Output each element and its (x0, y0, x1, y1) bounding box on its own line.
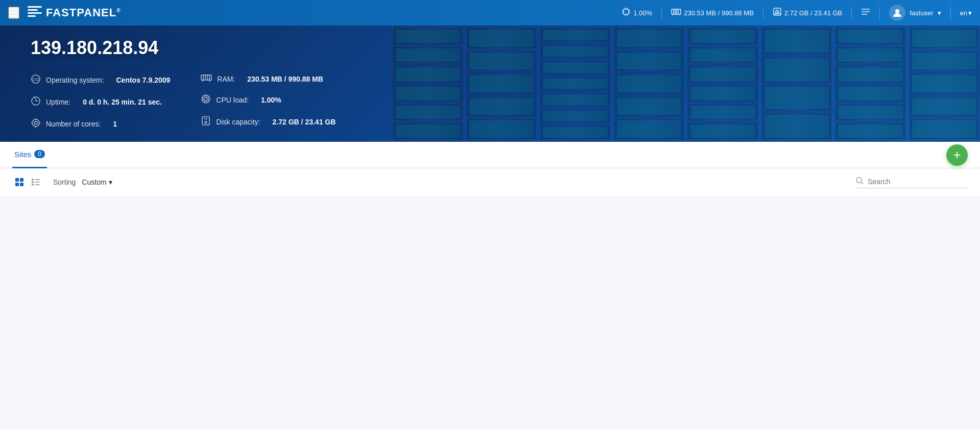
brand: FASTPANEL® (28, 6, 121, 20)
avatar (889, 5, 905, 21)
svg-rect-0 (28, 6, 42, 8)
search-icon (855, 176, 864, 187)
grid-view-button[interactable] (12, 175, 27, 189)
content-area: Sites 0 + (0, 142, 980, 196)
cores-icon (31, 118, 41, 131)
ram-hero-icon (201, 74, 212, 85)
language-selector[interactable]: en ▾ (960, 9, 972, 17)
terminal-stat[interactable] (861, 8, 870, 17)
sort-label: Sorting (53, 178, 76, 186)
brand-logo-text: FASTPANEL® (46, 6, 121, 19)
hero-section: 139.180.218.94 OS Operating system: Cent… (0, 26, 980, 142)
svg-rect-62 (15, 183, 19, 186)
nav-divider-5 (950, 7, 951, 19)
svg-point-22 (777, 11, 778, 12)
disk-hero-stat: Disk capacity: 2.72 GB / 23.41 GB (201, 116, 336, 129)
ram-hero-stat: RAM: 230.53 MB / 990.88 MB (201, 74, 336, 85)
cpu-hero-icon (201, 94, 211, 107)
disk-stat: 2.72 GB / 23.41 GB (773, 7, 842, 18)
tabs-right: + (946, 144, 968, 166)
svg-point-28 (895, 9, 899, 13)
nav-divider-1 (661, 7, 662, 19)
hero-col-left: OS Operating system: Centos 7.9.2009 (31, 74, 170, 131)
svg-rect-13 (672, 9, 681, 14)
disk-cap-value: 2.72 GB / 23.41 GB (273, 118, 336, 126)
toolbar: Sorting Custom ▾ (0, 168, 980, 196)
disk-cap-label: Disk capacity: (216, 118, 260, 126)
ram-stat: 230.53 MB / 990.88 MB (671, 8, 754, 17)
cpu-icon (622, 7, 631, 18)
svg-rect-4 (624, 9, 629, 14)
svg-point-35 (32, 119, 39, 127)
os-stat: OS Operating system: Centos 7.9.2009 (31, 74, 170, 87)
svg-rect-66 (32, 181, 34, 183)
cpu-stat: 1.00% (622, 7, 652, 18)
cpu-value: 1.00% (633, 9, 652, 17)
lang-chevron-icon: ▾ (968, 9, 972, 17)
sort-value: Custom (82, 178, 106, 186)
cpu-load-value: 1.00% (261, 96, 281, 104)
nav-divider-3 (851, 7, 852, 19)
empty-content-area (0, 196, 980, 429)
svg-point-24 (775, 14, 776, 15)
user-menu[interactable]: fastuser ▾ (889, 5, 941, 21)
ram-icon (671, 8, 681, 17)
svg-rect-64 (32, 179, 34, 181)
svg-rect-67 (35, 182, 40, 183)
ram-value: 230.53 MB / 990.88 MB (684, 9, 754, 17)
navbar-left: ☰ FASTPANEL® (8, 6, 121, 20)
tabs-bar: Sites 0 + (0, 142, 980, 168)
ram-hero-value: 230.53 MB / 990.88 MB (247, 75, 323, 83)
svg-rect-40 (201, 75, 211, 80)
os-label: Operating system: (46, 76, 104, 84)
svg-rect-3 (28, 15, 36, 17)
os-icon: OS (31, 74, 41, 87)
search-input[interactable] (868, 178, 960, 186)
svg-rect-69 (35, 184, 40, 185)
server-ip: 139.180.218.94 (31, 37, 336, 59)
lang-label: en (960, 9, 967, 17)
disk-icon (773, 7, 782, 18)
hero-col-right: RAM: 230.53 MB / 990.88 MB (201, 74, 336, 131)
svg-rect-48 (204, 97, 207, 100)
svg-rect-47 (203, 96, 209, 102)
svg-rect-63 (20, 183, 23, 186)
tab-sites-label: Sites (14, 150, 31, 159)
uptime-value: 0 d. 0 h. 25 min. 21 sec. (83, 98, 162, 106)
user-chevron-icon: ▾ (938, 9, 941, 17)
uptime-stat: Uptime: 0 d. 0 h. 25 min. 21 sec. (31, 96, 170, 109)
hero-server-rack-decoration (392, 26, 980, 142)
svg-rect-1 (28, 9, 38, 11)
svg-rect-2 (28, 12, 42, 14)
disk-value: 2.72 GB / 23.41 GB (784, 9, 842, 17)
navbar: ☰ FASTPANEL® (0, 0, 980, 26)
tab-sites-badge: 0 (34, 150, 45, 158)
tab-sites[interactable]: Sites 0 (12, 142, 47, 168)
brand-icon (28, 6, 42, 20)
cores-value: 1 (113, 120, 117, 128)
cores-label: Number of cores: (46, 120, 101, 128)
hero-stats: OS Operating system: Centos 7.9.2009 (31, 74, 336, 131)
cpu-load-label: CPU load: (216, 96, 249, 104)
hamburger-button[interactable]: ☰ (8, 7, 19, 19)
uptime-icon (31, 96, 41, 109)
svg-rect-60 (15, 178, 19, 182)
svg-line-71 (861, 182, 863, 184)
hero-content: 139.180.218.94 OS Operating system: Cent… (31, 37, 336, 131)
os-value: Centos 7.9.2009 (116, 76, 171, 84)
add-site-button[interactable]: + (946, 144, 968, 166)
disk-hero-icon (201, 116, 211, 129)
view-toggle (12, 175, 43, 189)
svg-rect-61 (20, 178, 23, 182)
username-label: fastuser (910, 9, 933, 17)
search-wrap (855, 176, 968, 188)
sort-dropdown[interactable]: Custom ▾ (82, 178, 112, 186)
cores-stat: Number of cores: 1 (31, 118, 170, 131)
nav-divider-2 (763, 7, 763, 19)
cpu-hero-stat: CPU load: 1.00% (201, 94, 336, 107)
svg-text:OS: OS (32, 77, 39, 82)
svg-point-34 (34, 121, 37, 124)
svg-rect-65 (35, 179, 40, 180)
list-view-button[interactable] (29, 175, 43, 189)
svg-point-70 (856, 178, 862, 183)
